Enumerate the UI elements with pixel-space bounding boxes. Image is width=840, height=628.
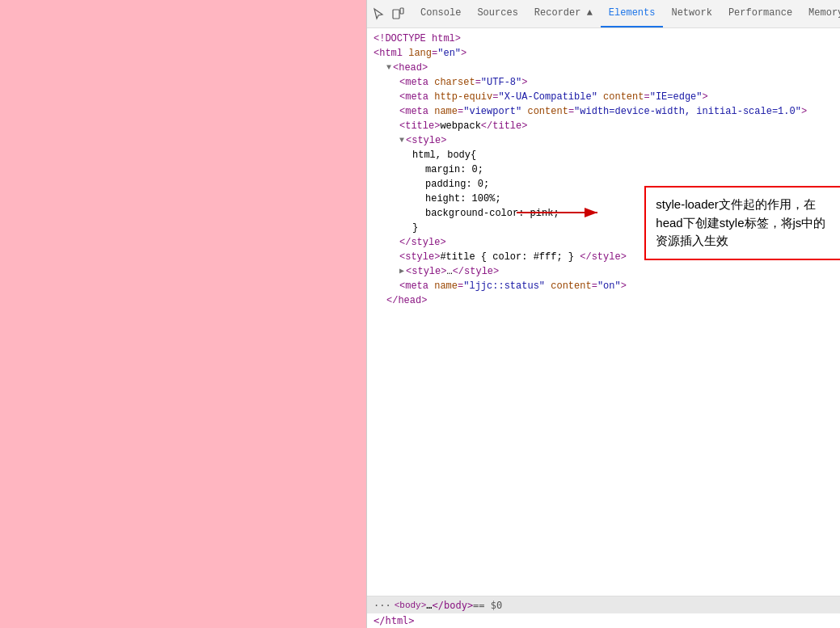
svg-rect-0: [393, 10, 399, 19]
breadcrumb-dots[interactable]: ···: [374, 600, 391, 611]
code-line: html, body{: [367, 148, 840, 162]
code-line: <meta charset="UTF-8">: [367, 75, 840, 90]
devtools-toolbar: Console Sources Recorder ▲ Elements Netw…: [367, 0, 840, 28]
code-line: <meta name="viewport" content="width=dev…: [367, 104, 840, 119]
code-line: <!DOCTYPE html>: [367, 32, 840, 46]
bottom-bar: ··· <body>…</body> == $0: [367, 596, 840, 613]
devtools-panel: Console Sources Recorder ▲ Elements Netw…: [366, 0, 840, 628]
devtools-tabs: Console Sources Recorder ▲ Elements Netw…: [412, 0, 840, 27]
code-line: <html lang="en">: [367, 46, 840, 61]
tab-recorder[interactable]: Recorder ▲: [526, 0, 601, 27]
tab-network[interactable]: Network: [663, 0, 720, 27]
tab-elements[interactable]: Elements: [601, 0, 664, 27]
tab-memory[interactable]: Memory: [800, 0, 840, 27]
main-layout: Console Sources Recorder ▲ Elements Netw…: [0, 0, 840, 628]
breadcrumb-body[interactable]: <body>: [395, 601, 427, 610]
tab-sources[interactable]: Sources: [469, 0, 526, 27]
code-line: ▼<style>: [367, 133, 840, 148]
code-line: <title>webpack</title>: [367, 119, 840, 133]
closing-html-line: </html>: [367, 613, 840, 628]
annotation-box: style-loader文件起的作用，在head下创建style标签，将js中的…: [644, 186, 840, 260]
code-line: ▶<style>…</style>: [367, 264, 840, 279]
tab-console[interactable]: Console: [412, 0, 469, 27]
toolbar-icons: [370, 6, 406, 22]
preview-panel: [0, 0, 366, 628]
tab-performance[interactable]: Performance: [720, 0, 800, 27]
code-line: </head>: [367, 293, 840, 308]
code-line: ▼<head>: [367, 61, 840, 75]
code-line: <meta http-equiv="X-UA-Compatible" conte…: [367, 90, 840, 104]
svg-rect-1: [400, 8, 403, 14]
code-line: margin: 0;: [367, 162, 840, 177]
device-icon[interactable]: [390, 6, 406, 22]
cursor-icon[interactable]: [370, 6, 386, 22]
code-line: <meta name="ljjc::status" content="on">: [367, 279, 840, 293]
code-panel[interactable]: <!DOCTYPE html> <html lang="en"> ▼<head>…: [367, 28, 840, 596]
